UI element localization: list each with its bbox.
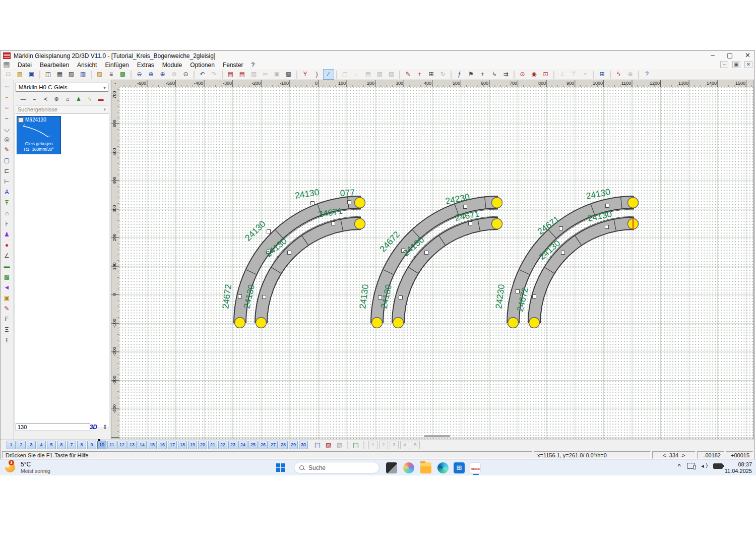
figures-icon[interactable]: ♟ [1,229,13,239]
flex-tool-icon[interactable]: Y [300,69,311,80]
window-tool-icon[interactable]: ▢ [340,69,351,80]
toolbar-icon[interactable] [514,71,515,79]
page-button[interactable]: 19 [188,441,197,449]
toolbar-icon[interactable] [222,71,223,79]
toolbar-icon[interactable] [593,71,594,79]
signal-circle-icon[interactable]: ⊕ [625,69,636,80]
edit-track-icon[interactable]: ✎ [403,69,414,80]
layers-all-icon[interactable]: ▤ [312,441,323,450]
zoom-all-icon[interactable]: ⊙ [180,69,192,80]
page-button[interactable]: 20 [198,441,207,449]
page-button[interactable]: 10 [97,441,106,449]
flex-track-a-icon[interactable]: ⌣ [1,81,13,91]
page-button[interactable]: 21 [208,441,217,449]
mdi-close-icon[interactable]: ✕ [744,61,752,68]
parts-table-icon[interactable]: ▥ [78,69,89,80]
toolbar-icon[interactable] [610,71,611,79]
page-button[interactable]: 3 [27,441,36,449]
flag-tool-icon[interactable]: ⚑ [466,69,477,80]
route-tool-icon[interactable]: ↳ [489,69,500,80]
cut-icon[interactable]: ✂ [260,69,271,80]
menu-item[interactable]: Optionen [186,61,219,69]
layer-current-icon[interactable]: ▨ [324,441,334,450]
menu-item[interactable]: Extras [133,61,158,69]
toolbar-icon[interactable] [91,71,92,79]
close-button-icon[interactable]: ✕ [745,51,750,60]
page-button[interactable]: 5 [47,441,56,449]
page-button[interactable]: 28 [279,441,288,449]
height-point-icon[interactable]: ⊥ [557,69,568,80]
print-setup-icon[interactable]: ▧ [66,69,77,80]
cat-digital-icon[interactable]: ϟ [86,95,94,103]
track-plan-drawing[interactable]: 24130 077 24671 24130 24130 24672 24130 … [119,87,753,439]
page-button[interactable]: 12 [117,441,127,449]
parts-list-icon[interactable]: ▤ [225,69,236,80]
tunnel-icon[interactable]: ⊏ [1,166,13,176]
stamp-track-icon[interactable]: ⊞ [426,69,437,80]
menu-item[interactable]: Fenster [219,61,247,69]
track-result-item[interactable]: Mä24130 Gleis gebogen R1=360mm/30° [17,116,61,154]
toolbar-icon[interactable] [39,71,40,79]
track-system-select[interactable]: Märklin H0 C-Gleis ▾ [16,83,108,92]
draw-track-icon[interactable]: ✎ [1,145,13,155]
mdi-restore-icon[interactable]: ▣ [732,61,740,68]
toolbar-icon[interactable] [553,71,554,79]
page-button[interactable]: 24 [238,441,247,449]
page-button[interactable]: 1 [7,441,16,449]
cat-turntable-icon[interactable]: ⊛ [52,95,60,103]
tray-chevron-icon[interactable]: ^ [678,463,681,469]
add-point-icon[interactable]: + [477,69,488,80]
text-tool-icon[interactable]: A [1,187,13,197]
copy-icon[interactable]: ▣ [272,69,283,80]
weather-widget[interactable]: 3 5°C Meist sonnig [4,461,50,474]
microsoft-store-icon[interactable]: ⊞ [454,462,465,473]
marker-icon[interactable]: ⊡ [540,69,551,80]
export-image-icon[interactable]: ▩ [117,69,129,80]
gradient-icon[interactable]: ∠ [1,251,13,261]
print-icon[interactable]: ▦ [54,69,66,80]
sound-icon[interactable]: ◄ [1,282,13,292]
page-button[interactable]: 11 [107,441,116,449]
toolbar-icon[interactable] [638,71,639,79]
plan-canvas[interactable]: 24130 077 24671 24130 24130 24672 24130 … [119,87,753,439]
page-button[interactable]: 7 [67,441,76,449]
layer-tool-icon[interactable] [363,441,364,449]
f-key-icon[interactable]: F [1,314,13,324]
flex-track-b-icon[interactable]: ⌣ [1,92,13,102]
page-button[interactable]: 25 [248,441,258,449]
file-explorer-icon[interactable] [420,462,431,473]
search-results-header[interactable]: Suchergebnisse ▾ [16,105,108,113]
new-file-icon[interactable]: □ [3,69,14,80]
edge-browser-icon[interactable] [437,462,449,473]
terrain-icon[interactable]: ▬ [1,261,13,271]
function-flag-icon[interactable]: ƒ [454,69,465,80]
list-tool-icon[interactable]: ▤ [363,69,374,80]
zoom-in-icon[interactable]: ⊕ [146,69,157,80]
restore-button-icon[interactable]: ▢ [727,51,733,60]
page-button[interactable]: 26 [259,441,268,449]
page-button[interactable]: 9 [87,441,96,449]
page-button[interactable]: 17 [168,441,177,449]
minimize-button-icon[interactable]: – [711,51,715,60]
menu-item[interactable]: ? [247,61,259,69]
page-button[interactable]: 29 [289,441,298,449]
zoom-out-icon[interactable]: ⊖ [134,69,145,80]
battery-icon[interactable] [713,463,723,469]
signal-icon[interactable]: Ŧ [1,198,13,208]
page-button[interactable]: 23 [228,441,237,449]
page-button[interactable]: 2 [17,441,26,449]
toolbar-icon[interactable] [296,71,297,79]
page-button[interactable]: 6 [57,441,66,449]
settings-icon[interactable]: ≡ [106,69,117,80]
digital-icon[interactable]: ϟ [613,69,624,80]
maerklin-app-icon[interactable]: märklin [470,462,481,473]
height-line-icon[interactable]: ⊤ [569,69,580,80]
page-button[interactable]: 18 [178,441,187,449]
angle-tool-icon[interactable]: ∟ [351,69,362,80]
toolbar-icon[interactable] [451,71,452,79]
line-tool-icon[interactable]: ∕ [323,69,334,80]
taskbar-clock[interactable]: 08:37 11.04.2025 [725,461,752,474]
platform-icon[interactable]: ▢ [1,155,13,165]
cat-switch-icon[interactable]: ≺ [41,95,49,103]
toolbar-icon[interactable] [399,71,400,79]
